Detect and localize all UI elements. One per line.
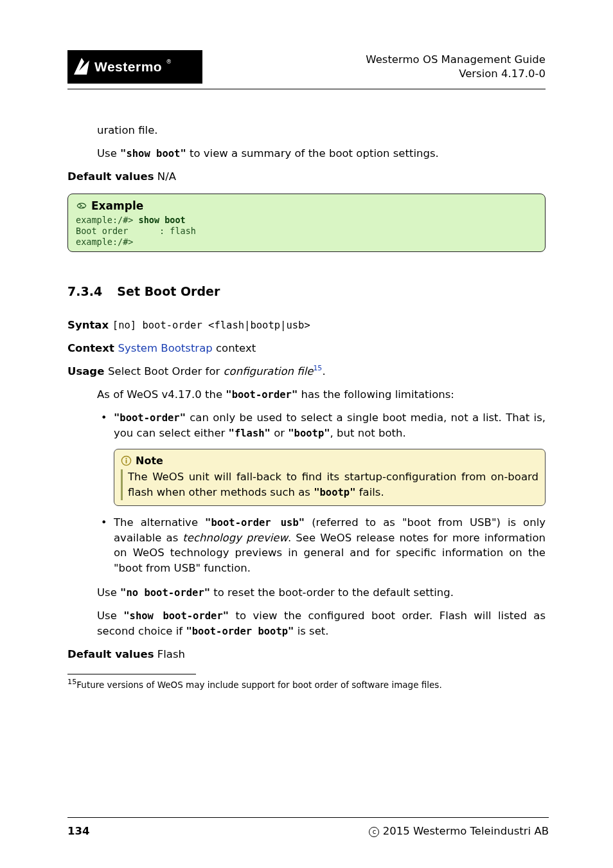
cmd-boot-order-usb: "boot-order usb" — [205, 517, 305, 529]
text: to reset the boot-order to the default s… — [210, 586, 454, 599]
text: As of WeOS v4.17.0 the — [97, 388, 226, 401]
footer: 134 c 2015 Westermo Teleindustri AB — [67, 825, 549, 837]
copyright: c 2015 Westermo Teleindustri AB — [369, 825, 549, 837]
header: Westermo ® Westermo OS Management Guide … — [67, 50, 546, 84]
value-flash: Flash — [154, 648, 186, 660]
prompt: example:/#> — [76, 215, 139, 225]
cmd-show-boot-order: "show boot-order" — [123, 610, 229, 622]
svg-point-1 — [125, 458, 127, 459]
prompt: example:/#> — [76, 237, 133, 247]
italic-term: technology preview — [182, 532, 288, 544]
doc-title: Westermo OS Management Guide — [366, 53, 546, 67]
text: The alternative — [114, 516, 205, 529]
text: Use — [97, 586, 120, 599]
footnote-ref-15[interactable]: 15 — [313, 364, 322, 372]
section-title: Set Boot Order — [117, 284, 220, 298]
logo-text: Westermo — [94, 59, 162, 75]
italic-term: configuration file — [224, 365, 314, 377]
usage-line: Usage Select Boot Order for configuratio… — [67, 363, 546, 379]
example-block: Example example:/#> show boot Boot order… — [67, 194, 546, 252]
label-syntax: Syntax — [67, 319, 112, 331]
svg-rect-2 — [126, 460, 127, 464]
cmd: show boot — [139, 215, 186, 225]
list-item: The alternative "boot-order usb" (referr… — [114, 515, 546, 577]
text: or — [271, 427, 288, 439]
cmd-bootp: "bootp" — [288, 428, 330, 439]
cmd-flash: "flash" — [229, 428, 271, 439]
info-icon — [121, 455, 132, 466]
text: to view a summary of the boot option set… — [186, 147, 439, 159]
copyright-icon: c — [369, 827, 379, 837]
value-na: N/A — [154, 170, 176, 183]
page-number: 134 — [67, 825, 89, 837]
footer-rule — [67, 817, 549, 818]
link-system-bootstrap[interactable]: System Bootstrap — [118, 342, 213, 354]
label-usage: Usage — [67, 365, 108, 377]
default-values-flash: Default values Flash — [67, 647, 546, 662]
cmd-boot-order: "boot-order" — [114, 412, 186, 424]
text: has the following limitations: — [298, 388, 454, 401]
limitations-list: "boot-order" can only be used to select … — [67, 410, 546, 577]
use-no-paragraph: Use "no boot-order" to reset the boot-or… — [67, 585, 546, 601]
text: . — [322, 365, 325, 377]
cmd-no-boot-order: "no boot-order" — [120, 587, 210, 599]
footnote-text: Future versions of WeOS may include supp… — [76, 680, 441, 690]
text: context — [213, 342, 256, 354]
text: Use — [97, 610, 123, 622]
label-default-values: Default values — [67, 648, 154, 660]
logo-swoosh-icon — [73, 55, 91, 78]
context-line: Context System Bootstrap context — [67, 341, 546, 356]
copyright-text: 2015 Westermo Teleindustri AB — [379, 825, 549, 837]
label-context: Context — [67, 342, 118, 354]
footnote-number: 15 — [67, 678, 76, 686]
cmd-boot-order-bootp: "boot-order bootp" — [186, 626, 294, 637]
logo: Westermo ® — [67, 50, 202, 84]
syntax-value: [no] boot-order <flash|bootp|usb> — [112, 320, 310, 331]
asof-paragraph: As of WeOS v4.17.0 the "boot-order" has … — [67, 387, 546, 402]
text: fails. — [355, 486, 384, 498]
paragraph-use-show-boot: Use "show boot" to view a summary of the… — [67, 146, 546, 161]
text: Use — [97, 147, 120, 159]
doc-version: Version 4.17.0-0 — [366, 67, 546, 81]
cmd-boot-order: "boot-order" — [226, 389, 298, 401]
terminal-icon — [76, 200, 87, 212]
text: Select Boot Order for — [108, 365, 223, 377]
list-item: "boot-order" can only be used to select … — [114, 410, 546, 506]
use-show-paragraph: Use "show boot-order" to view the config… — [67, 608, 546, 639]
note-title: Note — [136, 453, 163, 468]
cmd-bootp: "bootp" — [314, 487, 355, 498]
note-block: Note The WeOS unit will fall-back to fin… — [114, 449, 546, 506]
footnote-rule — [67, 674, 196, 674]
output-line: Boot order : flash — [76, 226, 196, 236]
label-default-values: Default values — [67, 170, 154, 183]
header-title: Westermo OS Management Guide Version 4.1… — [366, 53, 546, 82]
default-values-na: Default values N/A — [67, 169, 546, 185]
section-heading: 7.3.4 Set Boot Order — [67, 283, 546, 301]
syntax-line: Syntax [no] boot-order <flash|bootp|usb> — [67, 318, 546, 333]
footnote-15: 15Future versions of WeOS may include su… — [67, 677, 546, 691]
section-number: 7.3.4 — [67, 284, 102, 298]
cmd-show-boot: "show boot" — [120, 148, 186, 159]
example-title: Example — [91, 198, 143, 214]
text: , but not both. — [330, 427, 406, 439]
paragraph-continuation: uration file. — [67, 123, 546, 138]
text: is set. — [294, 625, 328, 637]
example-code: example:/#> show boot Boot order : flash… — [76, 215, 537, 248]
